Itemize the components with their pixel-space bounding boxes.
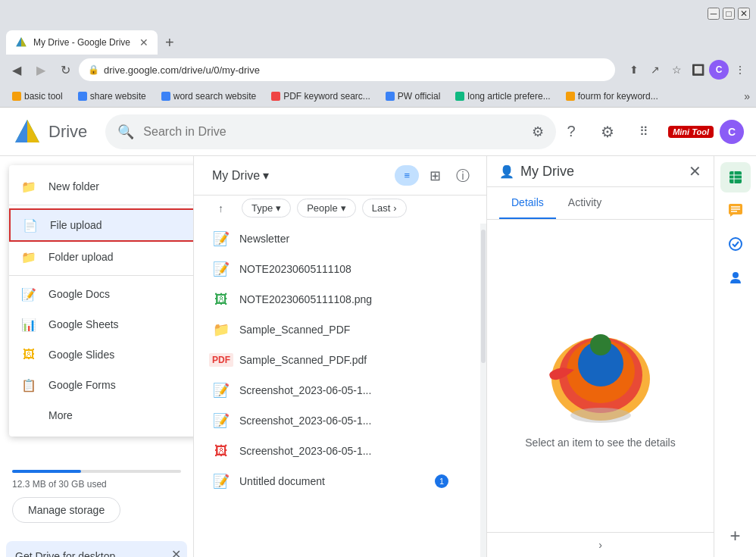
file-item-note-1[interactable]: 📝 NOTE20230605111108 ⋮ bbox=[200, 254, 480, 284]
scrollbar-track[interactable] bbox=[480, 224, 486, 557]
tasks-sidebar-button[interactable] bbox=[720, 229, 751, 259]
file-item-screenshot-1[interactable]: 📝 Screenshot_2023-06-05-1... ⋮ bbox=[200, 375, 480, 405]
apps-button[interactable]: ⠿ bbox=[629, 117, 659, 147]
panel-expand-handle[interactable]: › bbox=[487, 532, 714, 557]
user-avatar[interactable]: C bbox=[720, 120, 744, 144]
bookmark-word-search[interactable]: word search website bbox=[155, 89, 262, 103]
menu-item-file-upload[interactable]: 📄 File upload bbox=[9, 208, 194, 242]
chat-sidebar-button[interactable] bbox=[720, 196, 751, 226]
menu-item-google-slides[interactable]: 🖼 Google Slides › bbox=[9, 340, 194, 370]
svg-rect-12 bbox=[729, 171, 742, 183]
bookmark-long-article[interactable]: long article prefere... bbox=[449, 89, 556, 103]
search-tune-icon[interactable]: ⚙ bbox=[532, 124, 544, 140]
tab-bar: My Drive - Google Drive ✕ + bbox=[0, 27, 756, 55]
manage-storage-button[interactable]: Manage storage bbox=[12, 497, 120, 523]
docs-file-icon: 📝 bbox=[212, 411, 230, 430]
docs-file-icon: 📝 bbox=[212, 260, 230, 278]
tab-close-button[interactable]: ✕ bbox=[139, 36, 148, 49]
google-slides-label: Google Slides bbox=[48, 349, 114, 361]
storage-section: 12.3 MB of 30 GB used Manage storage bbox=[0, 452, 193, 535]
cast-button[interactable]: ⬆ bbox=[624, 60, 644, 80]
file-item-newsletter[interactable]: 📝 Newsletter ⋮ bbox=[200, 224, 480, 254]
file-item-screenshot-2[interactable]: 📝 Screenshot_2023-06-05-1... ⋮ bbox=[200, 405, 480, 436]
profile-avatar[interactable]: C bbox=[709, 60, 729, 80]
people-filter-arrow: ▾ bbox=[341, 202, 346, 214]
help-button[interactable]: ? bbox=[556, 117, 586, 147]
grid-view-button[interactable]: ⊞ bbox=[425, 163, 445, 189]
file-name: Newsletter bbox=[239, 233, 448, 245]
bookmark-fourm-keyword[interactable]: fourm for keyword... bbox=[560, 89, 664, 103]
banner-close-button[interactable]: ✕ bbox=[171, 547, 181, 557]
menu-item-new-folder[interactable]: 📁 New folder bbox=[9, 171, 194, 202]
add-sidebar-button[interactable]: + bbox=[720, 521, 751, 551]
file-name: Untitled document bbox=[239, 475, 429, 487]
sheets-sidebar-button[interactable] bbox=[720, 162, 751, 192]
bookmark-button[interactable]: ☆ bbox=[667, 60, 686, 80]
bookmark-favicon-icon bbox=[12, 92, 21, 101]
panel-close-button[interactable]: ✕ bbox=[689, 162, 701, 180]
reload-button[interactable]: ↻ bbox=[55, 59, 76, 80]
content-toolbar: My Drive ▾ ≡ ⊞ ⓘ bbox=[194, 156, 486, 196]
bookmark-pw-official[interactable]: PW official bbox=[380, 89, 446, 103]
close-button[interactable]: ✕ bbox=[738, 8, 750, 20]
bookmark-favicon-icon bbox=[566, 92, 575, 101]
contacts-sidebar-button[interactable] bbox=[720, 262, 751, 293]
share-button[interactable]: ↗ bbox=[645, 60, 665, 80]
bookmarks-more-button[interactable]: » bbox=[744, 90, 750, 102]
app-content: Drive 🔍 ⚙ ? ⚙ ⠿ Mini Tool C 📁 New folder bbox=[0, 108, 756, 557]
file-item-sample-folder[interactable]: 📁 Sample_Scanned_PDF ⋮ bbox=[200, 314, 480, 345]
menu-item-more[interactable]: More › bbox=[9, 400, 194, 430]
menu-item-google-sheets[interactable]: 📊 Google Sheets › bbox=[9, 309, 194, 340]
title-bar: ─ □ ✕ bbox=[0, 0, 756, 27]
type-filter-chip[interactable]: Type ▾ bbox=[242, 199, 291, 217]
file-item-sample-pdf[interactable]: PDF Sample_Scanned_PDF.pdf ⋮ bbox=[200, 345, 480, 375]
bookmark-share-website[interactable]: share website bbox=[72, 89, 152, 103]
svg-marker-1 bbox=[16, 37, 21, 46]
info-button[interactable]: ⓘ bbox=[451, 162, 474, 189]
back-button[interactable]: ◀ bbox=[6, 59, 27, 80]
settings-button[interactable]: ⚙ bbox=[592, 117, 623, 147]
maximize-button[interactable]: □ bbox=[723, 8, 735, 20]
menu-item-folder-upload[interactable]: 📁 Folder upload bbox=[9, 242, 194, 272]
storage-bar-fill bbox=[12, 470, 81, 473]
tab-title: My Drive - Google Drive bbox=[33, 37, 133, 48]
tasks-sidebar-icon bbox=[728, 236, 743, 252]
drive-header: Drive 🔍 ⚙ ? ⚙ ⠿ Mini Tool C bbox=[0, 108, 756, 156]
folder-icon: 📁 bbox=[212, 321, 230, 339]
address-bar-actions: ⬆ ↗ ☆ 🔲 C ⋮ bbox=[624, 60, 750, 80]
file-item-screenshot-3[interactable]: 🖼 Screenshot_2023-06-05-1... ⋮ bbox=[200, 436, 480, 466]
bookmark-basic-tool[interactable]: basic tool bbox=[6, 89, 69, 103]
minimize-button[interactable]: ─ bbox=[708, 8, 720, 20]
new-folder-label: New folder bbox=[48, 180, 99, 192]
file-item-note-png[interactable]: 🖼 NOTE20230605111108.png ⋮ bbox=[200, 284, 480, 314]
search-input[interactable] bbox=[143, 125, 523, 139]
tab-activity[interactable]: Activity bbox=[556, 187, 614, 219]
sidebar: 📁 New folder 📄 File upload 📁 Folder uplo… bbox=[0, 156, 194, 557]
people-filter-chip[interactable]: People ▾ bbox=[297, 199, 355, 217]
contacts-sidebar-icon bbox=[728, 270, 743, 285]
tab-details[interactable]: Details bbox=[499, 187, 556, 219]
active-tab[interactable]: My Drive - Google Drive ✕ bbox=[6, 30, 158, 55]
menu-item-google-forms[interactable]: 📋 Google Forms › bbox=[9, 370, 194, 400]
file-upload-label: File upload bbox=[50, 219, 102, 231]
menu-item-google-docs[interactable]: 📝 Google Docs › bbox=[9, 279, 194, 309]
bookmark-label: share website bbox=[90, 91, 146, 102]
file-upload-icon: 📄 bbox=[23, 217, 38, 233]
search-bar[interactable]: 🔍 ⚙ bbox=[105, 114, 556, 149]
bookmark-pdf-keyword[interactable]: PDF keyword searc... bbox=[265, 89, 376, 103]
file-list: 📝 Newsletter ⋮ 📝 NOTE20230605111108 ⋮ 🖼 … bbox=[194, 224, 486, 496]
panel-placeholder-text: Select an item to see the details bbox=[525, 437, 675, 449]
panel-tabs: Details Activity bbox=[487, 187, 714, 220]
url-bar[interactable]: 🔒 drive.google.com/drive/u/0/my-drive bbox=[79, 58, 615, 81]
docs-file-icon: 📝 bbox=[212, 381, 230, 399]
extension-button[interactable]: 🔲 bbox=[688, 60, 708, 80]
menu-button[interactable]: ⋮ bbox=[730, 60, 750, 80]
new-tab-button[interactable]: + bbox=[159, 30, 180, 55]
file-item-untitled-doc[interactable]: 📝 Untitled document 1 ⋮ bbox=[200, 466, 480, 496]
last-filter-chip[interactable]: Last › bbox=[362, 199, 407, 217]
my-drive-breadcrumb[interactable]: My Drive ▾ bbox=[206, 165, 275, 186]
scrollbar-thumb[interactable] bbox=[481, 230, 486, 363]
sort-button[interactable]: ≡ bbox=[395, 165, 419, 186]
forward-button[interactable]: ▶ bbox=[30, 59, 52, 80]
file-name: Screenshot_2023-06-05-1... bbox=[239, 415, 448, 427]
